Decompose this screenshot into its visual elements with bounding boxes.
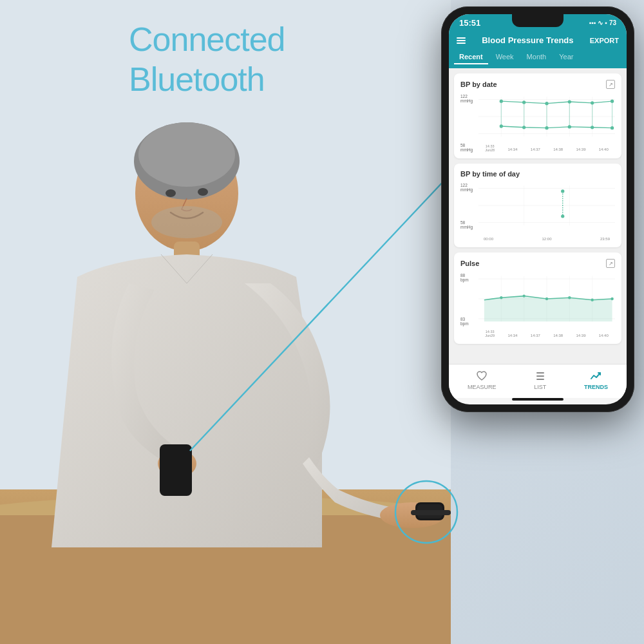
svg-point-68 <box>591 299 593 301</box>
svg-point-43 <box>545 126 548 129</box>
bp-by-time-card: BP by time of day 122mmHg 58mmHg <box>454 164 621 247</box>
signal-icon: ▪▪▪ <box>589 19 596 26</box>
bp-time-x-labels: 00:00 12:00 23:59 <box>478 229 615 241</box>
phone-screen: 15:51 ▪▪▪ ∿ ▪ 73 Blood Pressure Trends E… <box>449 14 627 404</box>
nav-measure[interactable]: MEASURE <box>468 370 497 390</box>
bp-by-date-title: BP by date <box>460 80 615 89</box>
nav-measure-label: MEASURE <box>468 384 497 390</box>
pulse-svg <box>478 273 615 325</box>
pulse-title: Pulse <box>460 259 615 268</box>
svg-rect-18 <box>160 444 192 496</box>
bp-time-y-labels: 122mmHg 58mmHg <box>460 183 478 229</box>
svg-point-10 <box>151 206 222 238</box>
app-content: BP by date 122mmHg 58mmHg <box>449 68 627 364</box>
bottom-spacer <box>449 349 627 354</box>
svg-point-36 <box>522 100 526 104</box>
bp-by-date-chart: 122mmHg 58mmHg <box>460 94 615 152</box>
bp-date-y-labels: 122mmHg 58mmHg <box>460 94 478 152</box>
bottom-nav: MEASURE LIST <box>449 364 627 398</box>
svg-point-66 <box>545 298 548 300</box>
home-indicator <box>512 398 564 401</box>
bp-date-svg <box>478 94 615 139</box>
status-time: 15:51 <box>459 18 480 28</box>
phone-frame: 15:51 ▪▪▪ ∿ ▪ 73 Blood Pressure Trends E… <box>441 6 634 412</box>
svg-point-54 <box>561 214 564 218</box>
svg-point-42 <box>522 126 526 129</box>
svg-point-41 <box>500 124 503 128</box>
svg-point-69 <box>611 298 613 300</box>
expand-pulse-icon[interactable] <box>606 259 615 268</box>
svg-point-64 <box>500 296 502 299</box>
bp-date-x-labels: 14:33Jun28 14:34 14:37 14:38 14:39 14:40 <box>478 140 615 152</box>
svg-point-9 <box>198 188 208 196</box>
svg-point-65 <box>522 294 525 297</box>
battery-icon: ▪ <box>605 19 607 26</box>
status-icons: ▪▪▪ ∿ ▪ 73 <box>589 19 616 26</box>
pulse-chart: 88bpm 83bpm <box>460 273 615 337</box>
measure-icon <box>475 370 488 383</box>
svg-point-45 <box>591 126 594 129</box>
tab-week[interactable]: Week <box>491 50 519 64</box>
battery-level: 73 <box>609 19 616 26</box>
app-header: Blood Pressure Trends EXPORT <box>449 30 627 50</box>
svg-rect-70 <box>536 372 544 374</box>
nav-trends-label: TRENDS <box>584 384 608 390</box>
pulse-y-labels: 88bpm 83bpm <box>460 273 478 326</box>
phone-notch <box>512 14 564 27</box>
svg-point-35 <box>500 100 503 103</box>
svg-point-8 <box>166 189 176 197</box>
nav-list[interactable]: LIST <box>534 370 547 390</box>
tab-recent[interactable]: Recent <box>454 50 488 64</box>
svg-rect-17 <box>411 510 451 515</box>
hero-text: Connected Bluetooth <box>129 19 285 100</box>
nav-trends[interactable]: TRENDS <box>584 370 608 390</box>
bp-by-time-title: BP by time of day <box>460 170 615 178</box>
tab-year[interactable]: Year <box>554 50 578 64</box>
hamburger-menu-icon[interactable] <box>457 37 466 44</box>
svg-point-44 <box>568 125 571 128</box>
svg-point-67 <box>568 296 571 299</box>
svg-point-38 <box>568 100 571 103</box>
pulse-x-labels: 14:33Jun29 14:34 14:37 14:38 14:39 14:40 <box>478 326 615 337</box>
nav-list-label: LIST <box>534 384 546 390</box>
hero-text-line1: Connected <box>129 19 285 59</box>
svg-point-46 <box>611 126 614 129</box>
bp-by-date-card: BP by date 122mmHg 58mmHg <box>454 73 621 158</box>
svg-rect-72 <box>536 379 544 380</box>
svg-point-40 <box>611 100 614 103</box>
hero-text-line2: Bluetooth <box>129 59 285 99</box>
trends-icon <box>589 370 602 383</box>
svg-rect-71 <box>536 375 544 377</box>
svg-point-37 <box>545 102 548 105</box>
expand-bp-date-icon[interactable] <box>606 80 615 89</box>
pulse-card: Pulse 88bpm 83bpm <box>454 252 621 344</box>
bp-time-svg <box>478 183 615 228</box>
svg-point-39 <box>591 101 594 104</box>
app-title: Blood Pressure Trends <box>482 35 573 45</box>
svg-point-53 <box>561 189 564 193</box>
tab-month[interactable]: Month <box>522 50 552 64</box>
tab-bar: Recent Week Month Year <box>449 50 627 68</box>
wifi-icon: ∿ <box>598 19 603 26</box>
bp-by-time-chart: 122mmHg 58mmHg <box>460 183 615 241</box>
list-icon <box>534 370 547 383</box>
svg-point-7 <box>138 122 235 187</box>
export-button[interactable]: EXPORT <box>590 37 619 44</box>
